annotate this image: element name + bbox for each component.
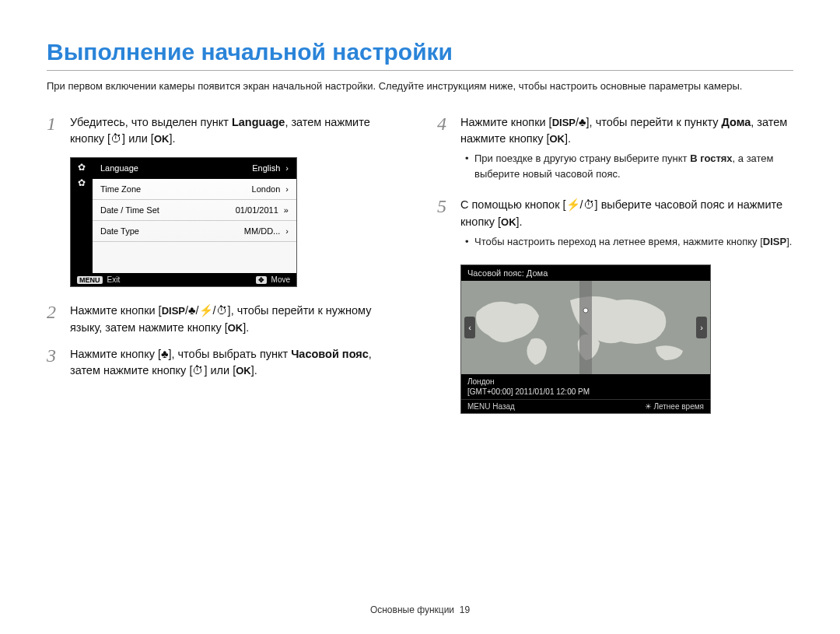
tz-footer: MENU Назад ☀ Летнее время [461, 399, 710, 413]
ok-icon: OK [550, 133, 565, 145]
step-number: 2 [47, 303, 61, 321]
tz-title: Часовой пояс: Дома [461, 265, 710, 281]
step-5: 5 С помощью кнопок [⚡/⏱] выберите часово… [437, 197, 793, 255]
timer-icon: ⏱ [192, 364, 204, 377]
menu-rows: Language English › Time Zone London › Da… [93, 158, 296, 273]
step-text: Нажмите кнопку [♣], чтобы выбрать пункт … [70, 346, 403, 380]
menu-icon: MENU [77, 276, 103, 284]
step-4-note: При поездке в другую страну выберите пун… [460, 151, 793, 181]
step-5-note: Чтобы настроить переход на летнее время,… [460, 234, 793, 250]
page-footer: Основные функции 19 [0, 604, 840, 615]
disp-icon: DISP [552, 117, 576, 128]
step-text: С помощью кнопок [⚡/⏱] выберите часовой … [460, 197, 793, 255]
step-4: 4 Нажмите кнопки [DISP/♣], чтобы перейти… [437, 114, 793, 188]
menu-label: Date / Time Set [100, 205, 159, 215]
menu-row-language[interactable]: Language English › [93, 158, 296, 179]
left-column: 1 Убедитесь, что выделен пункт Language,… [47, 114, 403, 415]
macro-icon: ♣ [579, 116, 586, 128]
divider [47, 70, 793, 71]
right-column: 4 Нажмите кнопки [DISP/♣], чтобы перейти… [437, 114, 793, 415]
menu-row-datetype[interactable]: Date Type MM/DD... › [93, 221, 296, 242]
disp-icon: DISP [162, 305, 185, 317]
chevron-right-icon: › [283, 163, 289, 173]
ok-icon: OK [154, 133, 170, 145]
map-svg [461, 281, 710, 374]
tz-gmt: [GMT+00:00] 2011/01/01 12:00 PM [467, 387, 704, 397]
tz-next-arrow[interactable]: › [696, 317, 707, 338]
camera-screen-timezone: Часовой пояс: Дома ‹ [460, 264, 711, 414]
menu-label: Language [100, 163, 138, 173]
chevron-right-icon: » [282, 205, 289, 215]
svg-rect-1 [579, 281, 592, 374]
screen-sidebar: ✿ ✿ [71, 158, 93, 273]
macro-icon: ♣ [188, 304, 196, 317]
world-map: ‹ › [461, 281, 710, 374]
camera-screen-language: ✿ ✿ Language English › Time Zone London … [70, 157, 297, 287]
ok-icon: OK [501, 216, 516, 228]
step-1: 1 Убедитесь, что выделен пункт Language,… [47, 114, 403, 149]
screen-footer: MENUExit ✥Move [71, 273, 296, 286]
step-text: Убедитесь, что выделен пункт Language, з… [70, 114, 403, 149]
manual-page: Выполнение начальной настройки При перво… [0, 0, 840, 634]
chevron-right-icon: › [283, 184, 289, 194]
menu-icon: MENU [467, 402, 490, 411]
menu-row-datetime[interactable]: Date / Time Set 01/01/2011 » [93, 200, 296, 221]
gear-icon: ✿ [75, 161, 88, 173]
ok-icon: OK [228, 322, 243, 334]
menu-row-timezone[interactable]: Time Zone London › [93, 179, 296, 200]
tz-info: Лондон [GMT+00:00] 2011/01/01 12:00 PM [461, 374, 710, 399]
step-number: 5 [437, 197, 451, 215]
step-text: Нажмите кнопки [DISP/♣], чтобы перейти к… [460, 114, 793, 188]
step-3: 3 Нажмите кнопку [♣], чтобы выбрать пунк… [47, 346, 403, 380]
nav-icon: ✥ [256, 276, 267, 284]
timer-icon: ⏱ [110, 132, 122, 145]
step-2: 2 Нажмите кнопки [DISP/♣/⚡/⏱], чтобы пер… [47, 303, 403, 337]
chevron-right-icon: › [283, 226, 289, 236]
intro-text: При первом включении камеры появится экр… [47, 79, 793, 94]
page-title: Выполнение начальной настройки [47, 39, 793, 65]
timer-icon: ⏱ [216, 304, 228, 317]
step-number: 1 [47, 114, 61, 133]
step-number: 3 [47, 346, 61, 365]
flash-icon: ⚡ [199, 304, 213, 317]
gear2-icon: ✿ [75, 177, 88, 189]
ok-icon: OK [236, 365, 251, 377]
flash-icon: ⚡ [566, 198, 580, 211]
menu-label: Time Zone [100, 184, 141, 194]
step-text: Нажмите кнопки [DISP/♣/⚡/⏱], чтобы перей… [70, 303, 403, 337]
menu-label: Date Type [100, 226, 139, 236]
disp-icon: DISP [763, 236, 786, 247]
timer-icon: ⏱ [583, 198, 595, 211]
tz-prev-arrow[interactable]: ‹ [464, 317, 475, 338]
dst-icon: ☀ [645, 402, 652, 411]
content-columns: 1 Убедитесь, что выделен пункт Language,… [47, 114, 793, 415]
svg-point-2 [583, 308, 588, 313]
tz-city: Лондон [467, 377, 704, 387]
step-number: 4 [437, 114, 451, 133]
